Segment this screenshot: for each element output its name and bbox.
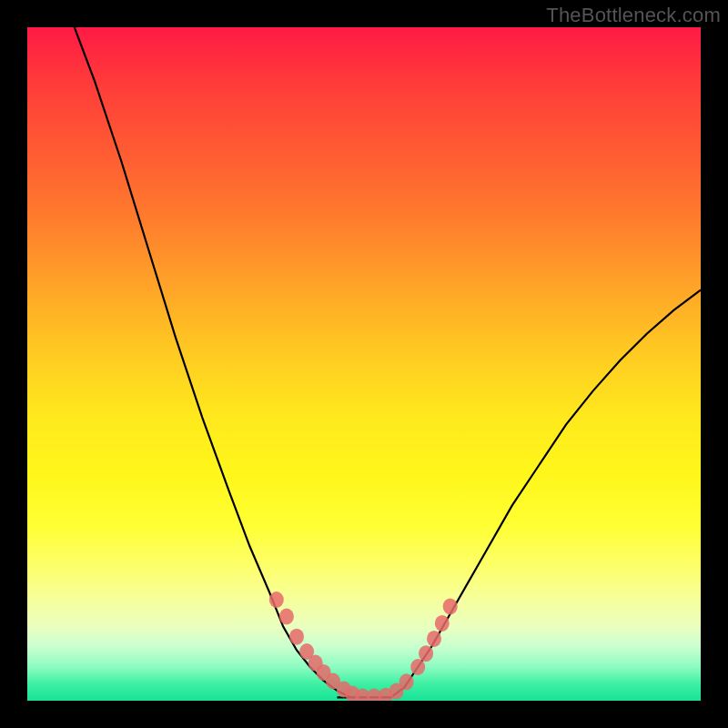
watermark-text: TheBottleneck.com: [546, 4, 721, 27]
plot-area: [27, 27, 701, 701]
marker-point: [279, 609, 294, 625]
chart-svg: [27, 27, 701, 701]
marker-point: [269, 592, 284, 608]
marker-point: [410, 659, 425, 675]
marker-point: [289, 629, 304, 645]
chart-container: TheBottleneck.com: [0, 0, 728, 728]
marker-point: [427, 631, 441, 647]
marker-group: [269, 592, 458, 701]
marker-point: [435, 615, 450, 632]
marker-point: [419, 645, 433, 662]
marker-point: [399, 673, 414, 690]
marker-point: [443, 598, 458, 614]
bottleneck-curve: [75, 27, 701, 697]
